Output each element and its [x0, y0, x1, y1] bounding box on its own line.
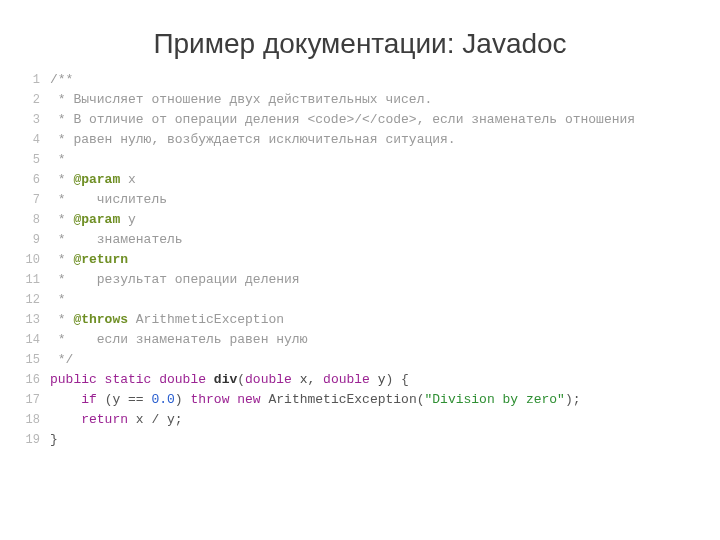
- line-content: * @throws ArithmeticException: [50, 310, 284, 330]
- line-number: 5: [12, 150, 50, 170]
- line-number: 9: [12, 230, 50, 250]
- line-number: 2: [12, 90, 50, 110]
- page-title: Пример документации: Javadoc: [0, 0, 720, 70]
- line-number: 4: [12, 130, 50, 150]
- line-number: 16: [12, 370, 50, 390]
- line-number: 12: [12, 290, 50, 310]
- line-content: return x / y;: [50, 410, 183, 430]
- code-line: 8 * @param y: [12, 210, 720, 230]
- line-number: 8: [12, 210, 50, 230]
- line-content: * Вычисляет отношение двух действительны…: [50, 90, 432, 110]
- line-content: * @param y: [50, 210, 136, 230]
- code-line: 3 * В отличие от операции деления <code>…: [12, 110, 720, 130]
- code-line: 13 * @throws ArithmeticException: [12, 310, 720, 330]
- line-content: *: [50, 150, 66, 170]
- line-content: */: [50, 350, 73, 370]
- line-number: 17: [12, 390, 50, 410]
- code-line: 1/**: [12, 70, 720, 90]
- line-content: * @param x: [50, 170, 136, 190]
- code-line: 7 * числитель: [12, 190, 720, 210]
- line-number: 6: [12, 170, 50, 190]
- code-line: 12 *: [12, 290, 720, 310]
- line-content: /**: [50, 70, 73, 90]
- code-line: 4 * равен нулю, возбуждается исключитель…: [12, 130, 720, 150]
- code-line: 15 */: [12, 350, 720, 370]
- line-number: 13: [12, 310, 50, 330]
- line-content: }: [50, 430, 58, 450]
- code-line: 11 * результат операции деления: [12, 270, 720, 290]
- line-number: 11: [12, 270, 50, 290]
- line-content: * @return: [50, 250, 128, 270]
- line-number: 10: [12, 250, 50, 270]
- line-content: * числитель: [50, 190, 167, 210]
- line-content: * результат операции деления: [50, 270, 300, 290]
- code-line: 10 * @return: [12, 250, 720, 270]
- code-line: 19}: [12, 430, 720, 450]
- line-content: * равен нулю, возбуждается исключительна…: [50, 130, 456, 150]
- code-line: 9 * знаменатель: [12, 230, 720, 250]
- line-content: * если знаменатель равен нулю: [50, 330, 307, 350]
- line-number: 14: [12, 330, 50, 350]
- line-number: 3: [12, 110, 50, 130]
- line-content: * знаменатель: [50, 230, 183, 250]
- code-line: 2 * Вычисляет отношение двух действитель…: [12, 90, 720, 110]
- line-number: 1: [12, 70, 50, 90]
- line-number: 15: [12, 350, 50, 370]
- code-block: 1/**2 * Вычисляет отношение двух действи…: [0, 70, 720, 450]
- code-line: 16public static double div(double x, dou…: [12, 370, 720, 390]
- line-content: if (y == 0.0) throw new ArithmeticExcept…: [50, 390, 581, 410]
- line-content: * В отличие от операции деления <code>/<…: [50, 110, 635, 130]
- code-line: 14 * если знаменатель равен нулю: [12, 330, 720, 350]
- code-line: 17 if (y == 0.0) throw new ArithmeticExc…: [12, 390, 720, 410]
- line-number: 19: [12, 430, 50, 450]
- line-number: 18: [12, 410, 50, 430]
- code-line: 5 *: [12, 150, 720, 170]
- line-content: *: [50, 290, 66, 310]
- line-content: public static double div(double x, doubl…: [50, 370, 409, 390]
- code-line: 18 return x / y;: [12, 410, 720, 430]
- line-number: 7: [12, 190, 50, 210]
- slide: Пример документации: Javadoc 1/**2 * Выч…: [0, 0, 720, 540]
- code-line: 6 * @param x: [12, 170, 720, 190]
